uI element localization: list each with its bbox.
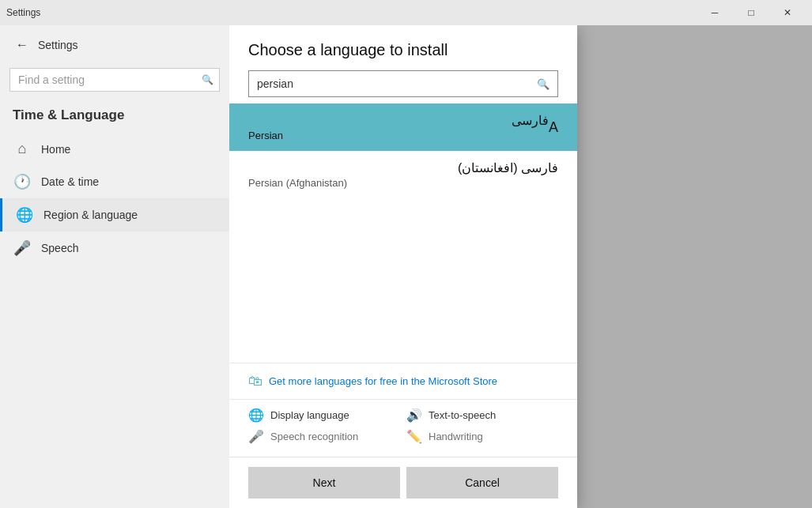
sidebar-item-speech-label: Speech <box>41 242 78 254</box>
content-area: Choose a language to install 🔍 فارسی Per… <box>229 25 812 508</box>
datetime-icon: 🕐 <box>13 173 32 190</box>
persian-english-name: Persian <box>248 130 549 141</box>
sidebar-item-speech[interactable]: 🎤 Speech <box>0 231 229 265</box>
feature-text-to-speech: 🔊 Text-to-speech <box>406 408 558 423</box>
sidebar-item-datetime-label: Date & time <box>41 175 99 188</box>
search-icon: 🔍 <box>202 74 213 85</box>
next-button[interactable]: Next <box>248 467 400 499</box>
display-language-label: Display language <box>270 409 349 421</box>
handwriting-icon: ✏️ <box>406 429 422 444</box>
font-icon: A‍ <box>549 119 558 136</box>
minimize-button[interactable]: ─ <box>697 0 733 25</box>
sidebar-item-datetime[interactable]: 🕐 Date & time <box>0 165 229 198</box>
store-link-area: 🛍 Get more languages for free in the Mic… <box>229 363 577 399</box>
titlebar: Settings ─ □ ✕ <box>0 0 812 25</box>
speech-icon: 🎤 <box>13 239 32 257</box>
restore-button[interactable]: □ <box>733 0 769 25</box>
sidebar-item-region-label: Region & language <box>43 209 138 221</box>
feature-display-language: 🌐 Display language <box>248 408 400 423</box>
features-section: 🌐 Display language 🔊 Text-to-speech 🎤 Sp… <box>229 399 577 457</box>
dialog-footer: Next Cancel <box>229 457 577 508</box>
main-layout: ← Settings 🔍 Time & Language ⌂ Home 🕐 Da… <box>0 25 812 508</box>
dialog-search-input[interactable] <box>249 71 557 96</box>
feature-speech-recognition: 🎤 Speech recognition <box>248 429 400 444</box>
text-to-speech-icon: 🔊 <box>406 408 422 423</box>
cancel-button[interactable]: Cancel <box>406 467 558 499</box>
dialog-search-box: 🔍 <box>248 70 558 97</box>
features-grid: 🌐 Display language 🔊 Text-to-speech 🎤 Sp… <box>248 408 558 444</box>
language-install-dialog: Choose a language to install 🔍 فارسی Per… <box>229 25 577 508</box>
store-icon: 🛍 <box>248 373 262 389</box>
close-button[interactable]: ✕ <box>769 0 806 25</box>
home-icon: ⌂ <box>13 141 32 157</box>
display-language-icon: 🌐 <box>248 408 264 423</box>
persian-native-name: فارسی <box>248 113 549 128</box>
search-input[interactable] <box>9 68 220 92</box>
sidebar-app-title: Settings <box>38 39 78 51</box>
sidebar-item-home-label: Home <box>41 143 70 156</box>
nav-section-title: Time & Language <box>0 101 229 133</box>
sidebar-header: ← Settings <box>0 25 229 65</box>
speech-recognition-label: Speech recognition <box>270 431 358 442</box>
feature-handwriting: ✏️ Handwriting <box>406 429 558 444</box>
text-to-speech-label: Text-to-speech <box>429 409 496 421</box>
window-controls: ─ □ ✕ <box>697 0 806 25</box>
back-button[interactable]: ← <box>13 35 32 55</box>
language-list: فارسی Persian A‍ فارسی (افغانستان) Persi… <box>229 103 577 363</box>
store-link[interactable]: Get more languages for free in the Micro… <box>269 375 497 387</box>
handwriting-label: Handwriting <box>429 431 483 442</box>
dialog-title: Choose a language to install <box>229 25 577 70</box>
speech-recognition-icon: 🎤 <box>248 429 264 444</box>
sidebar: ← Settings 🔍 Time & Language ⌂ Home 🕐 Da… <box>0 25 229 508</box>
sidebar-item-home[interactable]: ⌂ Home <box>0 133 229 165</box>
language-item-persian[interactable]: فارسی Persian A‍ <box>229 103 577 151</box>
region-icon: 🌐 <box>15 206 34 224</box>
dialog-search-icon: 🔍 <box>537 78 550 90</box>
language-item-persian-afghanistan[interactable]: فارسی (افغانستان) Persian (Afghanistan) <box>229 151 577 198</box>
persian-afghanistan-english-name: Persian (Afghanistan) <box>248 177 558 189</box>
sidebar-item-region[interactable]: 🌐 Region & language <box>0 198 229 231</box>
app-title: Settings <box>6 7 690 18</box>
search-box: 🔍 <box>9 68 220 92</box>
persian-afghanistan-native-name: فارسی (افغانستان) <box>248 160 558 175</box>
